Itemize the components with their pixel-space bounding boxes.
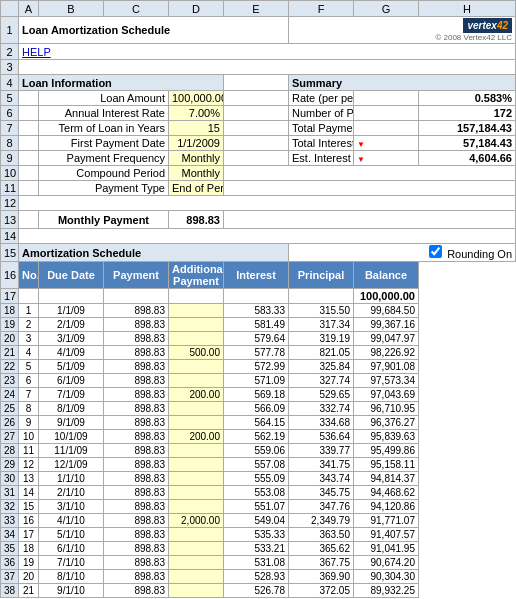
row-10-rest bbox=[224, 166, 516, 181]
row-24-principal: 529.65 bbox=[289, 388, 354, 402]
help-link[interactable]: HELP bbox=[22, 46, 51, 58]
monthly-payment-value: 898.83 bbox=[169, 211, 224, 229]
col-header-B: B bbox=[39, 1, 104, 17]
row-31-date: 2/1/10 bbox=[39, 486, 104, 500]
total-interest-value: 57,184.43 bbox=[419, 136, 516, 151]
col-addl-header: Additional ▼Payment bbox=[169, 262, 224, 289]
loan-amount-value[interactable]: 100,000.00 bbox=[169, 91, 224, 106]
row-26-extra[interactable] bbox=[169, 416, 224, 430]
row-35-num: 35 bbox=[1, 542, 19, 556]
row-25-extra[interactable] bbox=[169, 402, 224, 416]
row-36-num: 36 bbox=[1, 556, 19, 570]
row-23-date: 6/1/09 bbox=[39, 374, 104, 388]
row-37-interest: 528.93 bbox=[224, 570, 289, 584]
total-payments-label: Total Payments bbox=[289, 121, 354, 136]
row-34-balance: 91,407.57 bbox=[354, 528, 419, 542]
row-22-extra[interactable] bbox=[169, 360, 224, 374]
row-31-payment: 898.83 bbox=[104, 486, 169, 500]
row-38-extra[interactable] bbox=[169, 584, 224, 598]
row-9-e bbox=[224, 151, 289, 166]
row-31-interest: 553.08 bbox=[224, 486, 289, 500]
row-8-num: 8 bbox=[1, 136, 19, 151]
row-27-principal: 536.64 bbox=[289, 430, 354, 444]
row-22-payment: 898.83 bbox=[104, 360, 169, 374]
row-26-balance: 96,376.27 bbox=[354, 416, 419, 430]
row-32-extra[interactable] bbox=[169, 500, 224, 514]
row-38-payment: 898.83 bbox=[104, 584, 169, 598]
row-18-balance: 99,684.50 bbox=[354, 304, 419, 318]
row-29-extra[interactable] bbox=[169, 458, 224, 472]
first-payment-value[interactable]: 1/1/2009 bbox=[169, 136, 224, 151]
row-36-date: 7/1/10 bbox=[39, 556, 104, 570]
annual-rate-label: Annual Interest Rate bbox=[39, 106, 169, 121]
row-13-num: 13 bbox=[1, 211, 19, 229]
row-30-principal: 343.74 bbox=[289, 472, 354, 486]
compound-period-value[interactable]: Monthly bbox=[169, 166, 224, 181]
row-6-e bbox=[224, 106, 289, 121]
row-38-principal: 372.05 bbox=[289, 584, 354, 598]
row-27-payment: 898.83 bbox=[104, 430, 169, 444]
dropdown-arrow-g8: ▼ bbox=[357, 140, 365, 149]
row-32-balance: 94,120.86 bbox=[354, 500, 419, 514]
annual-rate-value[interactable]: 7.00% bbox=[169, 106, 224, 121]
rate-label: Rate (per period) bbox=[289, 91, 354, 106]
row-33-extra[interactable]: 2,000.00 bbox=[169, 514, 224, 528]
row-21-extra[interactable]: 500.00 bbox=[169, 346, 224, 360]
row-36-no: 19 bbox=[19, 556, 39, 570]
spreadsheet-title: Loan Amortization Schedule bbox=[19, 17, 289, 44]
row-19-principal: 317.34 bbox=[289, 318, 354, 332]
row-9-g: ▼ bbox=[354, 151, 419, 166]
col-no-header: No. bbox=[19, 262, 39, 289]
row-28-extra[interactable] bbox=[169, 444, 224, 458]
row-19-extra[interactable] bbox=[169, 318, 224, 332]
row-17-principal bbox=[289, 289, 354, 304]
row-34-extra[interactable] bbox=[169, 528, 224, 542]
row-4-e bbox=[224, 75, 289, 91]
col-balance-header: Balance bbox=[354, 262, 419, 289]
row-18-extra[interactable] bbox=[169, 304, 224, 318]
payment-type-value[interactable]: End of Period bbox=[169, 181, 224, 196]
row-23-extra[interactable] bbox=[169, 374, 224, 388]
est-savings-value: 4,604.66 bbox=[419, 151, 516, 166]
row-20-extra[interactable] bbox=[169, 332, 224, 346]
rounding-checkbox[interactable] bbox=[429, 245, 442, 258]
row-33-balance: 91,771.07 bbox=[354, 514, 419, 528]
row-27-num: 27 bbox=[1, 430, 19, 444]
row-36-balance: 90,674.20 bbox=[354, 556, 419, 570]
row-35-extra[interactable] bbox=[169, 542, 224, 556]
row-24-num: 24 bbox=[1, 388, 19, 402]
row-22-balance: 97,901.08 bbox=[354, 360, 419, 374]
row-32-payment: 898.83 bbox=[104, 500, 169, 514]
row-33-interest: 549.04 bbox=[224, 514, 289, 528]
row-6-num: 6 bbox=[1, 106, 19, 121]
payment-freq-value[interactable]: Monthly bbox=[169, 151, 224, 166]
term-value[interactable]: 15 bbox=[169, 121, 224, 136]
row-24-extra[interactable]: 200.00 bbox=[169, 388, 224, 402]
row-24-date: 7/1/09 bbox=[39, 388, 104, 402]
row-37-no: 20 bbox=[19, 570, 39, 584]
row-34-principal: 363.50 bbox=[289, 528, 354, 542]
row-1-num: 1 bbox=[1, 17, 19, 44]
row-29-balance: 95,158.11 bbox=[354, 458, 419, 472]
row-31-extra[interactable] bbox=[169, 486, 224, 500]
row-37-extra[interactable] bbox=[169, 570, 224, 584]
row-34-payment: 898.83 bbox=[104, 528, 169, 542]
row-35-interest: 533.21 bbox=[224, 542, 289, 556]
row-3-num: 3 bbox=[1, 60, 19, 75]
row-32-interest: 551.07 bbox=[224, 500, 289, 514]
row-30-extra[interactable] bbox=[169, 472, 224, 486]
row-27-extra[interactable]: 200.00 bbox=[169, 430, 224, 444]
row-32-num: 32 bbox=[1, 500, 19, 514]
row-29-date: 12/1/09 bbox=[39, 458, 104, 472]
col-payment-header: Payment bbox=[104, 262, 169, 289]
row-24-payment: 898.83 bbox=[104, 388, 169, 402]
row-28-num: 28 bbox=[1, 444, 19, 458]
row-34-num: 34 bbox=[1, 528, 19, 542]
row-35-principal: 365.62 bbox=[289, 542, 354, 556]
est-savings-label: Est. Interest Savings bbox=[289, 151, 354, 166]
row-36-extra[interactable] bbox=[169, 556, 224, 570]
row-21-balance: 98,226.92 bbox=[354, 346, 419, 360]
row-35-payment: 898.83 bbox=[104, 542, 169, 556]
row-19-no: 2 bbox=[19, 318, 39, 332]
row-21-no: 4 bbox=[19, 346, 39, 360]
